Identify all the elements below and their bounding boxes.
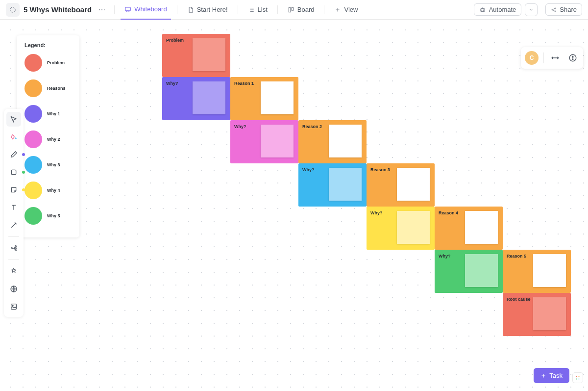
sticky-note[interactable] — [397, 211, 430, 244]
svg-point-13 — [572, 59, 573, 60]
svg-point-24 — [576, 379, 577, 380]
legend-label: Why 4 — [47, 188, 60, 193]
pen-color-indicator — [22, 153, 25, 156]
svg-point-22 — [576, 376, 577, 377]
sticky-note[interactable] — [465, 211, 498, 244]
card-why1[interactable]: Why? — [162, 77, 230, 120]
svg-rect-3 — [292, 7, 294, 10]
sticky-note[interactable] — [329, 125, 362, 157]
tab-list[interactable]: List — [244, 0, 271, 20]
legend-swatch — [24, 182, 42, 199]
svg-point-9 — [555, 11, 556, 12]
legend-label: Why 3 — [47, 162, 60, 167]
more-options-button[interactable] — [566, 52, 579, 64]
legend-swatch — [24, 79, 42, 97]
magic-tool[interactable] — [6, 264, 21, 279]
card-why4[interactable]: Why? — [367, 207, 435, 250]
tab-label: View — [344, 6, 358, 13]
legend-label: Why 2 — [47, 137, 60, 142]
card-reason2[interactable]: Reason 2 — [298, 120, 367, 163]
sticky-note[interactable] — [261, 81, 294, 114]
select-tool[interactable] — [6, 112, 21, 127]
connector-tool[interactable] — [6, 218, 21, 233]
svg-point-7 — [552, 9, 553, 10]
svg-rect-2 — [289, 7, 291, 12]
card-reason4[interactable]: Reason 4 — [435, 207, 503, 250]
tab-label: Board — [297, 6, 315, 13]
shape-color-indicator — [22, 171, 25, 174]
workspace-icon[interactable] — [6, 3, 20, 17]
card-why2[interactable]: Why? — [230, 120, 298, 163]
svg-point-23 — [579, 376, 580, 377]
mindmap-tool[interactable] — [6, 241, 21, 256]
legend-swatch — [24, 54, 42, 72]
sticky-note[interactable] — [329, 168, 362, 201]
fit-width-button[interactable] — [549, 52, 562, 64]
separator — [238, 5, 238, 14]
tab-start-here[interactable]: Start Here! — [183, 0, 232, 20]
sticky-note[interactable] — [465, 254, 498, 287]
legend-panel[interactable]: Legend: Problem Reasons Why 1 Why 2 Why … — [17, 35, 79, 237]
legend-item: Why 5 — [24, 207, 72, 225]
card-reason1[interactable]: Reason 1 — [230, 77, 298, 120]
svg-point-21 — [12, 305, 13, 306]
card-problem[interactable]: Problem — [162, 34, 230, 77]
sticky-note[interactable] — [397, 168, 430, 201]
share-label: Share — [560, 6, 577, 13]
separator — [277, 5, 278, 14]
topbar: 5 Whys Whiteboard ⋯ Whiteboard Start Her… — [0, 0, 588, 20]
sticky-note[interactable] — [193, 81, 225, 114]
automate-button[interactable]: Automate — [474, 3, 522, 16]
tab-label: List — [258, 6, 268, 13]
whiteboard-icon — [124, 6, 131, 13]
svg-rect-20 — [11, 304, 17, 310]
image-tool[interactable] — [6, 299, 21, 314]
plus-icon — [540, 373, 546, 379]
card-reason5[interactable]: Reason 5 — [503, 250, 571, 293]
board-icon — [288, 6, 294, 13]
legend-swatch — [24, 105, 42, 123]
sticky-note[interactable] — [261, 125, 294, 157]
legend-item: Reasons — [24, 79, 72, 97]
separator — [114, 5, 115, 14]
apps-button[interactable] — [572, 372, 583, 383]
page-more-icon[interactable]: ⋯ — [96, 6, 108, 14]
svg-point-12 — [572, 57, 573, 58]
legend-swatch — [24, 130, 42, 148]
legend-label: Why 1 — [47, 111, 60, 116]
svg-point-11 — [572, 56, 573, 57]
add-view-button[interactable]: View — [330, 0, 362, 20]
card-reason3[interactable]: Reason 3 — [367, 163, 435, 207]
sticky-note[interactable] — [193, 38, 225, 71]
note-color-indicator — [22, 188, 25, 191]
tab-label: Start Here! — [197, 6, 228, 13]
tab-board[interactable]: Board — [284, 0, 318, 20]
pen-tool[interactable] — [6, 147, 21, 162]
svg-point-0 — [10, 7, 16, 12]
text-tool[interactable] — [6, 200, 21, 215]
ai-tool[interactable] — [6, 130, 21, 144]
separator — [324, 5, 324, 14]
svg-point-15 — [11, 248, 13, 249]
card-why5[interactable]: Why? — [435, 250, 503, 293]
legend-swatch — [24, 156, 42, 174]
shape-tool[interactable] — [6, 165, 21, 180]
separator — [543, 52, 544, 63]
card-why3[interactable]: Why? — [298, 163, 367, 207]
user-avatar[interactable]: C — [525, 51, 539, 65]
legend-item: Problem — [24, 54, 72, 72]
separator — [177, 5, 177, 14]
sticky-note-tool[interactable] — [6, 182, 21, 197]
card-root-cause[interactable]: Root cause — [503, 293, 571, 336]
share-button[interactable]: Share — [545, 3, 582, 16]
tab-whiteboard[interactable]: Whiteboard — [121, 0, 171, 20]
svg-point-25 — [579, 379, 580, 380]
create-task-button[interactable]: Task — [534, 368, 569, 383]
sticky-note[interactable] — [533, 254, 566, 287]
web-tool[interactable] — [6, 282, 21, 296]
whiteboard-canvas[interactable]: C — [0, 20, 588, 391]
sticky-note[interactable] — [533, 297, 566, 330]
tab-label: Whiteboard — [134, 5, 167, 13]
automate-dropdown[interactable] — [525, 3, 538, 16]
page-title[interactable]: 5 Whys Whiteboard — [24, 5, 92, 14]
